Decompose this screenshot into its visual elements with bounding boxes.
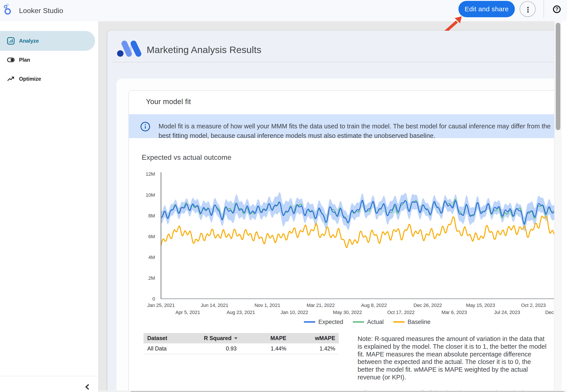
svg-text:Dec 26, 2022: Dec 26, 2022 [414,303,442,308]
svg-text:12M: 12M [146,171,155,177]
svg-text:May 15, 2023: May 15, 2023 [466,303,495,308]
svg-text:Mar 6, 2023: Mar 6, 2023 [441,309,467,315]
svg-text:Jan 25, 2021: Jan 25, 2021 [147,303,175,308]
svg-text:Apr 5, 2021: Apr 5, 2021 [175,309,200,315]
svg-text:8M: 8M [148,213,155,219]
svg-text:May 30, 2022: May 30, 2022 [333,309,362,315]
svg-text:Jan 10, 2022: Jan 10, 2022 [281,309,308,315]
svg-text:Jun 14, 2021: Jun 14, 2021 [201,303,228,308]
svg-text:?: ? [555,6,558,12]
svg-text:2M: 2M [148,275,155,281]
svg-text:0: 0 [152,296,155,302]
svg-text:Aug 8, 2022: Aug 8, 2022 [361,303,387,308]
svg-text:4M: 4M [148,254,155,260]
svg-text:10M: 10M [146,192,155,198]
svg-text:Aug 23, 2021: Aug 23, 2021 [227,309,255,315]
svg-text:Mar 21, 2022: Mar 21, 2022 [306,303,334,308]
svg-text:Nov 1, 2021: Nov 1, 2021 [255,303,280,308]
svg-text:Oct 2, 2023: Oct 2, 2023 [521,303,546,308]
svg-text:Dec 11, 2023: Dec 11, 2023 [545,309,554,315]
svg-text:Oct 17, 2022: Oct 17, 2022 [387,309,415,315]
svg-text:6M: 6M [148,234,155,239]
svg-text:Jul 24, 2023: Jul 24, 2023 [494,309,520,315]
